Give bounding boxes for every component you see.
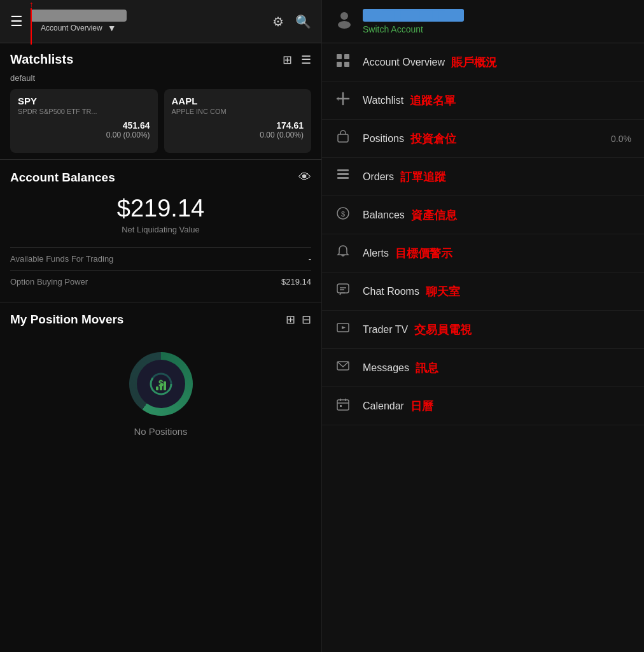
- watchlist-text: Watchlist 追蹤名單: [363, 93, 631, 108]
- positions-badge: 0.0%: [611, 134, 631, 144]
- balances-icon: $: [335, 206, 351, 223]
- spy-name: SPDR S&P500 ETF TR...: [18, 108, 150, 115]
- calendar-chinese: 日曆: [410, 399, 433, 414]
- menu-item-alerts[interactable]: Alerts 目標價警示: [322, 234, 644, 273]
- grid-view-icon[interactable]: ⊞: [283, 53, 292, 67]
- balance-amount: $219.14: [10, 195, 311, 222]
- aapl-price: 174.61: [172, 120, 304, 131]
- spy-change: 0.00 (0.00%): [18, 131, 150, 139]
- position-chart-icon: $: [150, 372, 172, 395]
- svg-text:↕: ↕: [337, 95, 340, 102]
- svg-rect-10: [337, 62, 342, 67]
- stock-card-spy[interactable]: SPY SPDR S&P500 ETF TR... 451.64 0.00 (0…: [10, 89, 158, 153]
- movers-section: My Position Movers ⊞ ⊟ $: [0, 302, 321, 652]
- movers-list-icon[interactable]: ⊟: [302, 313, 311, 327]
- svg-rect-3: [156, 386, 158, 390]
- user-icon: [335, 10, 354, 33]
- account-overview-text: Account Overview 賬戶概況: [363, 55, 631, 70]
- switch-account-link[interactable]: Switch Account: [363, 24, 464, 34]
- watchlist-chinese: 追蹤名單: [410, 93, 456, 108]
- menu-item-watchlist[interactable]: ↕ Watchlist 追蹤名單: [322, 82, 644, 120]
- hamburger-icon[interactable]: ☰: [10, 13, 23, 30]
- watchlist-label-menu: Watchlist: [363, 95, 403, 106]
- svg-point-6: [340, 12, 348, 20]
- balance-net-label: Net Liquidating Value: [10, 225, 311, 234]
- menu-item-orders[interactable]: Orders 訂單追蹤: [322, 158, 644, 196]
- orders-icon: [335, 168, 351, 185]
- watchlists-title: Watchlists: [10, 52, 73, 67]
- svg-point-7: [338, 21, 351, 29]
- movers-view-icons: ⊞ ⊟: [286, 313, 311, 327]
- chatrooms-label-menu: Chat Rooms: [363, 286, 419, 297]
- spy-price: 451.64: [18, 120, 150, 131]
- option-buying-power-label: Option Buying Power: [10, 277, 88, 287]
- calendar-label-menu: Calendar: [363, 400, 404, 412]
- balances-title: Account Balances: [10, 171, 115, 185]
- dropdown-arrow-icon[interactable]: ▼: [108, 23, 116, 33]
- option-buying-power-value: $219.14: [281, 277, 311, 287]
- svg-rect-25: [337, 400, 349, 410]
- eye-icon[interactable]: 👁: [298, 170, 311, 185]
- balance-row-option: Option Buying Power $219.14: [10, 270, 311, 293]
- account-name-blurred: ████████████: [31, 10, 127, 22]
- menu-item-messages[interactable]: Messages 訊息: [322, 349, 644, 387]
- right-panel: ██████████ Switch Account Account Overvi…: [322, 0, 644, 652]
- svg-rect-15: [337, 173, 349, 175]
- search-icon[interactable]: 🔍: [295, 14, 311, 29]
- movers-title: My Position Movers: [10, 313, 123, 327]
- account-overview-label: Account Overview: [41, 24, 102, 32]
- gear-icon[interactable]: ⚙: [272, 14, 284, 29]
- available-funds-value: -: [309, 254, 311, 264]
- account-overview-icon: [335, 53, 351, 71]
- account-name-block: ████████████ Account Overview ▼: [31, 10, 127, 33]
- user-avatar-icon: [335, 10, 354, 29]
- svg-rect-13: [338, 134, 348, 142]
- no-positions-text: No Positions: [134, 426, 187, 437]
- svg-rect-14: [337, 169, 349, 171]
- menu-item-calendar[interactable]: Calendar 日曆: [322, 387, 644, 425]
- right-header: ██████████ Switch Account: [322, 0, 644, 43]
- menu-item-positions[interactable]: Positions 投資倉位 0.0%: [322, 120, 644, 158]
- watchlists-icons: ⊞ ☰: [283, 53, 311, 67]
- spy-ticker: SPY: [18, 96, 150, 106]
- positions-label-menu: Positions: [363, 133, 404, 145]
- chatrooms-text: Chat Rooms 聊天室: [363, 284, 631, 299]
- menu-item-chatrooms[interactable]: Chat Rooms 聊天室: [322, 273, 644, 311]
- alerts-label-menu: Alerts: [363, 248, 389, 259]
- balances-text: Balances 資產信息: [363, 208, 631, 223]
- menu-item-account-overview[interactable]: Account Overview 賬戶概況: [322, 43, 644, 82]
- chatrooms-chinese: 聊天室: [426, 284, 460, 299]
- balance-row-available: Available Funds For Trading -: [10, 247, 311, 270]
- orders-label-menu: Orders: [363, 171, 394, 183]
- menu-item-balances[interactable]: $ Balances 資產信息: [322, 196, 644, 234]
- list-view-icon[interactable]: ☰: [301, 53, 311, 67]
- aapl-name: APPLE INC COM: [172, 108, 304, 115]
- svg-rect-16: [337, 177, 349, 179]
- positions-chinese: 投資倉位: [410, 131, 456, 146]
- svg-rect-9: [344, 54, 349, 59]
- position-circle: $: [129, 352, 193, 416]
- tradertv-text: Trader TV 交易員電視: [363, 322, 631, 337]
- user-name-blurred: ██████████: [363, 9, 464, 22]
- watchlists-section: Watchlists ⊞ ☰ default SPY SPDR S&P500 E…: [0, 43, 321, 160]
- left-panel: ☰ ████████████ Account Overview ▼ ⚙ 🔍 ↑ …: [0, 0, 322, 652]
- orders-text: Orders 訂單追蹤: [363, 169, 631, 185]
- movers-grid-icon[interactable]: ⊞: [286, 313, 295, 327]
- svg-text:$: $: [341, 210, 345, 218]
- aapl-ticker: AAPL: [172, 96, 304, 106]
- aapl-change: 0.00 (0.00%): [172, 131, 304, 139]
- svg-rect-29: [340, 405, 342, 407]
- svg-rect-11: [344, 62, 349, 67]
- header-right: ⚙ 🔍: [272, 14, 311, 29]
- alerts-text: Alerts 目標價警示: [363, 246, 631, 261]
- calendar-icon: [335, 397, 351, 415]
- watchlist-icon: ↕: [335, 92, 351, 109]
- stock-card-aapl[interactable]: AAPL APPLE INC COM 174.61 0.00 (0.00%): [164, 89, 312, 153]
- chatrooms-icon: [335, 283, 351, 300]
- stock-cards: SPY SPDR S&P500 ETF TR... 451.64 0.00 (0…: [10, 89, 311, 153]
- tradertv-icon: [335, 321, 351, 338]
- svg-marker-23: [342, 326, 346, 329]
- balances-header: Account Balances 👁: [10, 170, 311, 185]
- menu-item-tradertv[interactable]: Trader TV 交易員電視: [322, 311, 644, 349]
- account-overview-chinese: 賬戶概況: [451, 55, 497, 70]
